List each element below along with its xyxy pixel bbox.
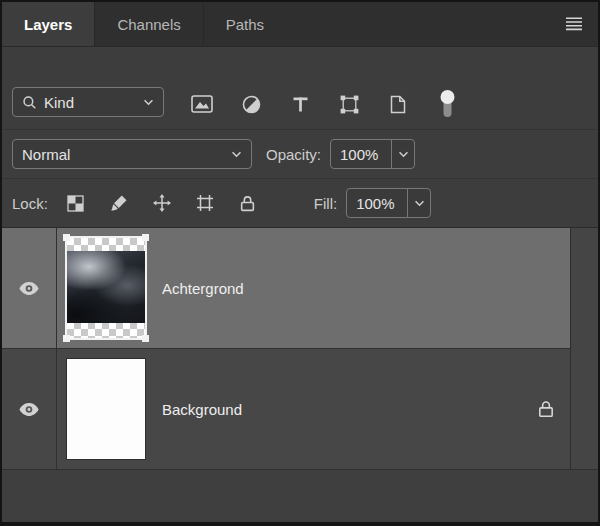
pixel-filter-icon[interactable] (190, 91, 214, 117)
layer-thumbnail[interactable] (67, 238, 145, 338)
panel-tab-bar: Layers Channels Paths (2, 2, 598, 47)
lock-label: Lock: (12, 195, 48, 212)
selection-corner (142, 335, 149, 342)
filter-row: Kind (2, 47, 598, 130)
blend-mode-dropdown[interactable]: Normal (12, 139, 252, 169)
tab-layers[interactable]: Layers (2, 2, 94, 46)
thumbnail-image (67, 251, 145, 323)
lock-row: Lock: (2, 179, 598, 227)
thumbnail-image (67, 359, 145, 459)
layer-row-background[interactable]: Background (2, 349, 598, 470)
filter-toggle[interactable] (435, 91, 459, 117)
fill-label: Fill: (314, 195, 337, 212)
layer-locked-badge-icon (538, 400, 554, 418)
chevron-down-icon[interactable] (407, 189, 430, 217)
chevron-down-icon (231, 151, 242, 158)
eye-icon (18, 281, 40, 296)
shape-filter-icon[interactable] (337, 91, 361, 117)
selection-corner (63, 335, 70, 342)
layer-visibility-toggle[interactable] (2, 349, 57, 469)
fill-value[interactable]: 100% (347, 195, 407, 212)
opacity-value[interactable]: 100% (331, 146, 391, 163)
opacity-control[interactable]: 100% (330, 139, 415, 169)
eye-icon (18, 402, 40, 417)
layers-panel: Layers Channels Paths Kind (0, 0, 600, 526)
layer-row-achtergrond[interactable]: Achtergrond (2, 228, 598, 349)
selection-corner (142, 234, 149, 241)
blend-mode-value: Normal (22, 146, 70, 163)
lock-pixels-icon[interactable] (107, 190, 131, 216)
smart-object-filter-icon[interactable] (386, 91, 410, 117)
layer-thumbnail[interactable] (67, 359, 145, 459)
blend-row: Normal Opacity: 100% (2, 130, 598, 179)
lock-transparency-icon[interactable] (64, 190, 88, 216)
lock-artboard-icon[interactable] (193, 190, 217, 216)
filter-type-buttons (190, 91, 459, 117)
chevron-down-icon[interactable] (391, 140, 414, 168)
tab-paths[interactable]: Paths (203, 2, 286, 46)
filter-kind-dropdown[interactable]: Kind (12, 87, 164, 117)
panel-menu-button[interactable] (550, 2, 598, 46)
lock-buttons (64, 190, 260, 216)
scrollbar-gutter (570, 228, 598, 469)
chevron-down-icon (143, 99, 154, 106)
layer-name: Background (162, 401, 242, 418)
search-icon (22, 95, 37, 110)
lock-position-icon[interactable] (150, 190, 174, 216)
opacity-label: Opacity: (266, 146, 321, 163)
type-filter-icon[interactable] (288, 91, 312, 117)
tab-channels[interactable]: Channels (94, 2, 202, 46)
layer-name: Achtergrond (162, 280, 244, 297)
fill-control[interactable]: 100% (346, 188, 431, 218)
filter-kind-label: Kind (44, 94, 74, 111)
lock-all-icon[interactable] (236, 190, 260, 216)
selection-corner (63, 234, 70, 241)
layer-visibility-toggle[interactable] (2, 228, 57, 348)
layer-list: Achtergrond Background (2, 227, 598, 522)
panel-menu-icon (565, 17, 583, 31)
layer-list-empty-space (2, 470, 598, 522)
adjustment-filter-icon[interactable] (239, 91, 263, 117)
